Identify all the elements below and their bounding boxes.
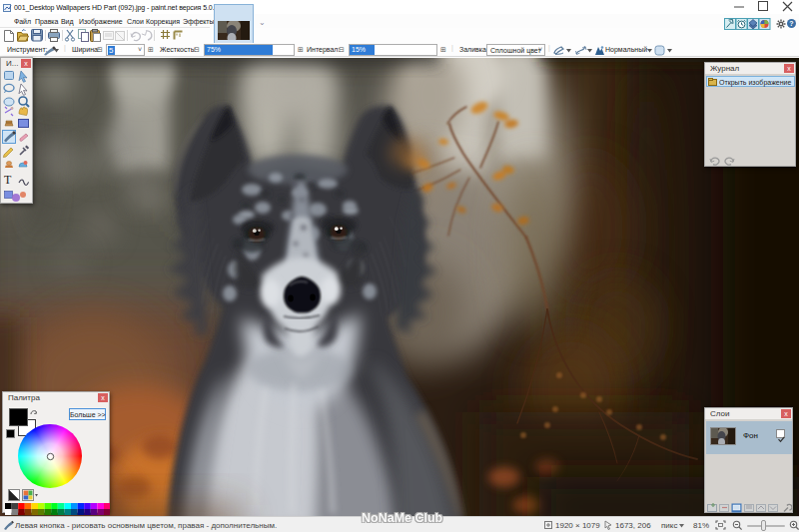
svg-text:T: T bbox=[4, 173, 12, 187]
